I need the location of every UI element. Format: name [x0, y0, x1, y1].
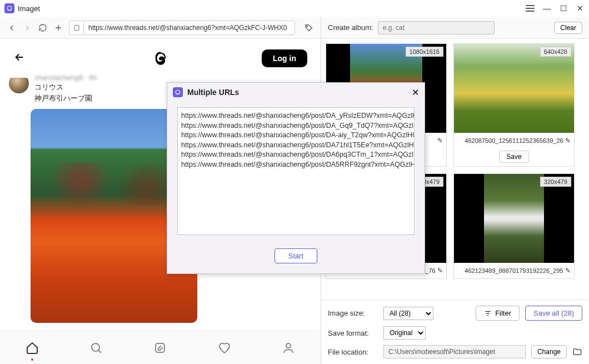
svg-rect-1 — [74, 25, 79, 30]
username: shanxiacheng6 · 6h — [34, 73, 97, 82]
minimize-button[interactable]: — — [542, 4, 551, 13]
modal-title: Multiple URLs — [187, 88, 239, 97]
threads-logo-icon — [153, 51, 168, 66]
svg-point-0 — [7, 6, 12, 11]
maximize-button[interactable]: ☐ — [559, 4, 568, 13]
url-input[interactable] — [84, 24, 294, 32]
post-line-1: コリウス — [34, 82, 97, 93]
thumb-name: 462087500_1256111252365639_26 — [465, 137, 563, 144]
post-line-2: 神戸布引ハーブ園 — [34, 93, 97, 104]
thumb-card[interactable]: 320x479 462123489_888701793192226_295✎ — [453, 173, 575, 279]
edit-icon[interactable]: ✎ — [437, 267, 443, 275]
urls-textarea[interactable] — [177, 107, 415, 235]
close-button[interactable]: ✕ — [576, 4, 585, 13]
svg-point-5 — [286, 343, 291, 348]
svg-point-2 — [307, 26, 307, 26]
search-tab-icon[interactable] — [89, 341, 103, 355]
album-label: Create album: — [328, 23, 373, 32]
nav-toolbar — [0, 17, 321, 39]
change-button[interactable]: Change — [531, 345, 567, 358]
nav-back-icon[interactable] — [7, 23, 17, 33]
nav-forward-icon[interactable] — [22, 23, 32, 33]
save-thumb-button[interactable]: Save — [499, 151, 528, 163]
image-size-label: Image size: — [328, 309, 378, 317]
svg-point-6 — [176, 90, 180, 94]
modal-close-icon[interactable]: ✕ — [412, 87, 419, 98]
titlebar: Imaget — ☐ ✕ — [0, 0, 589, 17]
compose-tab-icon[interactable] — [153, 341, 167, 355]
edit-icon[interactable]: ✎ — [565, 137, 571, 144]
controls-panel: Image size: All (28) Filter Save all (28… — [321, 300, 589, 364]
filter-button[interactable]: Filter — [476, 306, 520, 321]
bottom-tabs — [0, 331, 321, 364]
svg-point-3 — [92, 343, 99, 351]
reload-icon[interactable] — [38, 23, 48, 33]
app-icon — [4, 3, 14, 13]
add-tab-icon[interactable] — [53, 23, 63, 33]
login-button[interactable]: Log in — [262, 49, 307, 67]
url-bar[interactable] — [69, 21, 295, 35]
page-icon — [69, 21, 84, 34]
modal-app-icon — [173, 87, 183, 97]
album-input[interactable] — [378, 21, 495, 34]
thumb-dimensions: 640x428 — [540, 47, 571, 57]
edit-icon[interactable]: ✎ — [437, 137, 443, 144]
folder-icon[interactable] — [572, 347, 582, 357]
thumb-card[interactable]: 640x428 462087500_1256111252365639_26✎ S… — [453, 43, 575, 167]
save-format-label: Save format: — [328, 329, 378, 337]
svg-rect-4 — [156, 343, 164, 352]
thumb-dimensions: 320x479 — [540, 177, 571, 187]
threads-back-icon[interactable] — [13, 51, 27, 66]
edit-icon[interactable]: ✎ — [565, 267, 571, 275]
tag-icon[interactable] — [304, 23, 314, 33]
activity-tab-icon[interactable] — [217, 341, 232, 355]
profile-tab-icon[interactable] — [281, 341, 296, 355]
clear-button[interactable]: Clear — [554, 22, 582, 34]
image-size-select[interactable]: All (28) — [383, 307, 433, 320]
save-all-button[interactable]: Save all (28) — [525, 306, 582, 321]
start-button[interactable]: Start — [274, 248, 317, 263]
file-location-label: File location: — [328, 348, 378, 356]
home-tab-icon[interactable] — [25, 341, 39, 355]
app-title: Imaget — [18, 4, 40, 13]
save-format-select[interactable]: Original — [383, 326, 426, 340]
thumb-dimensions: 1080x1616 — [406, 47, 443, 57]
thumb-name: 462123489_888701793192226_295 — [465, 267, 563, 274]
multiple-urls-modal: Multiple URLs ✕ Start — [167, 82, 425, 274]
menu-button[interactable] — [526, 4, 535, 13]
threads-header: Log in — [0, 39, 321, 78]
file-location-input[interactable] — [383, 345, 526, 358]
album-bar: Create album: Clear — [321, 17, 589, 39]
